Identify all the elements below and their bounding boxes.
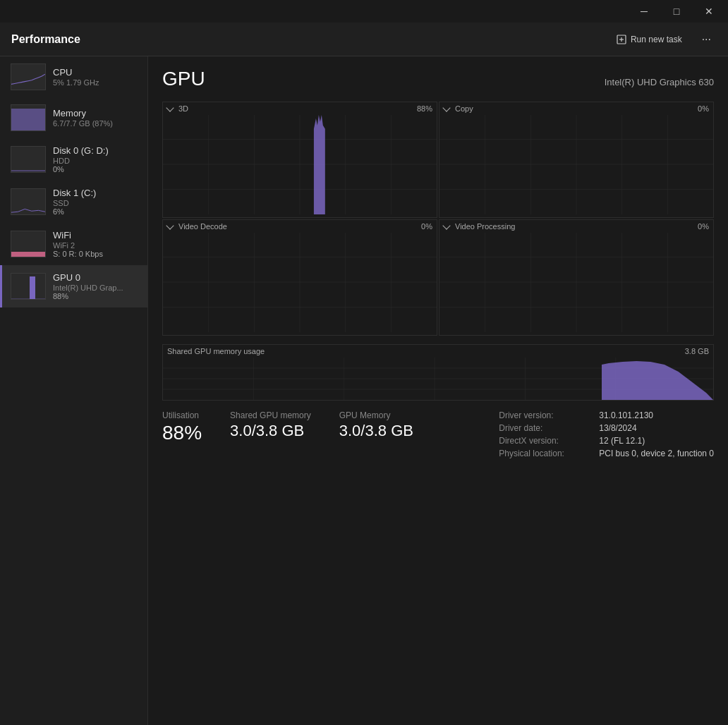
physical-location-val: PCI bus 0, device 2, function 0	[599, 449, 714, 458]
driver-date-key: Driver date:	[499, 423, 590, 433]
chart-video-decode-grid	[163, 233, 437, 332]
directx-key: DirectX version:	[499, 436, 590, 446]
headerbar: Performance Run new task ···	[0, 23, 728, 56]
cpu-thumbnail	[11, 63, 46, 90]
shared-memory-bar-area	[163, 358, 713, 400]
gpu0-name: GPU 0	[53, 272, 139, 283]
sidebar-item-wifi[interactable]: WiFi WiFi 2 S: 0 R: 0 Kbps	[0, 223, 147, 265]
chart-video-decode-area	[163, 233, 437, 332]
wifi-sub: WiFi 2	[53, 241, 139, 250]
chevron-copy-icon	[442, 104, 450, 111]
run-task-icon	[617, 35, 626, 44]
close-button[interactable]: ✕	[693, 0, 725, 23]
wifi-name: WiFi	[53, 230, 139, 240]
shared-memory-value: 3.8 GB	[685, 347, 709, 355]
chart-3d-label-group: 3D	[167, 104, 188, 113]
chart-copy-label: Copy	[455, 104, 473, 113]
chart-copy-header: Copy 0%	[439, 102, 713, 115]
titlebar: ─ □ ✕	[0, 0, 728, 23]
chart-video-decode-label: Video Decode	[178, 222, 227, 231]
info-row-physical-location: Physical location: PCI bus 0, device 2, …	[499, 449, 714, 458]
sidebar-item-memory[interactable]: Memory 6.7/7.7 GB (87%)	[0, 97, 147, 138]
gpu-device-name: Intel(R) UHD Graphics 630	[605, 77, 714, 87]
sidebar-item-cpu[interactable]: CPU 5% 1.79 GHz	[0, 56, 147, 97]
svg-marker-11	[314, 115, 325, 214]
chart-3d: 3D 88%	[162, 102, 437, 218]
chart-video-processing-area	[439, 233, 713, 332]
gpu-memory-stat: GPU Memory 3.0/3.8 GB	[339, 410, 413, 440]
chart-video-processing: Video Processing 0%	[439, 219, 714, 336]
driver-version-val: 31.0.101.2130	[599, 410, 653, 420]
driver-date-val: 13/8/2024	[599, 423, 636, 433]
chevron-video-processing-icon	[442, 221, 450, 229]
gpu-title: GPU	[162, 68, 205, 90]
disk0-thumbnail	[11, 146, 46, 173]
chart-copy-area	[439, 115, 713, 214]
utilisation-label: Utilisation	[162, 410, 202, 420]
shared-memory-label: Shared GPU memory usage	[167, 347, 265, 355]
charts-top-row: 3D 88%	[162, 102, 714, 218]
app-title: Performance	[11, 33, 608, 46]
utilisation-value: 88%	[162, 422, 202, 444]
sidebar-item-gpu0[interactable]: GPU 0 Intel(R) UHD Grap... 88%	[0, 265, 147, 307]
maximize-button[interactable]: □	[660, 0, 693, 23]
gpu-header: GPU Intel(R) UHD Graphics 630	[162, 68, 714, 90]
gpu-memory-value: 3.0/3.8 GB	[339, 422, 413, 440]
run-new-task-button[interactable]: Run new task	[608, 30, 691, 49]
wifi-thumbnail	[11, 231, 46, 257]
chart-3d-grid	[163, 115, 437, 214]
charts-bottom-row: Video Decode 0%	[162, 219, 714, 336]
gpu0-thumbnail	[11, 273, 46, 300]
chart-3d-label: 3D	[178, 104, 188, 113]
more-options-button[interactable]: ···	[696, 29, 717, 50]
chart-video-processing-grid	[439, 233, 713, 332]
utilisation-stat: Utilisation 88%	[162, 410, 202, 444]
shared-memory-section: Shared GPU memory usage 3.8 GB	[162, 344, 714, 401]
cpu-sub: 5% 1.79 GHz	[53, 78, 139, 87]
gpu0-info: GPU 0 Intel(R) UHD Grap... 88%	[53, 272, 139, 300]
chart-copy: Copy 0%	[439, 102, 714, 218]
physical-location-key: Physical location:	[499, 449, 590, 458]
info-row-directx: DirectX version: 12 (FL 12.1)	[499, 436, 714, 446]
chart-3d-value: 88%	[417, 104, 432, 113]
shared-gpu-memory-stat: Shared GPU memory 3.0/3.8 GB	[230, 410, 311, 440]
disk1-value: 6%	[53, 207, 139, 216]
minimize-button[interactable]: ─	[628, 0, 660, 23]
content-area: GPU Intel(R) UHD Graphics 630 3D 88%	[148, 56, 728, 725]
info-row-driver-date: Driver date: 13/8/2024	[499, 423, 714, 433]
chart-video-decode: Video Decode 0%	[162, 219, 437, 336]
shared-gpu-memory-stat-value: 3.0/3.8 GB	[230, 422, 311, 440]
main-layout: CPU 5% 1.79 GHz Memory 6.7/7.7 GB (87%) …	[0, 56, 728, 725]
chart-video-processing-value: 0%	[698, 222, 709, 231]
memory-sub: 6.7/7.7 GB (87%)	[53, 119, 139, 128]
disk0-name: Disk 0 (G: D:)	[53, 145, 139, 156]
wifi-info: WiFi WiFi 2 S: 0 R: 0 Kbps	[53, 230, 139, 258]
info-table: Driver version: 31.0.101.2130 Driver dat…	[499, 410, 714, 461]
memory-thumbnail	[11, 104, 46, 131]
gpu0-sub: Intel(R) UHD Grap...	[53, 284, 139, 292]
shared-gpu-memory-stat-label: Shared GPU memory	[230, 410, 311, 420]
disk1-info: Disk 1 (C:) SSD 6%	[53, 188, 139, 216]
run-task-label: Run new task	[631, 35, 682, 44]
header-actions: Run new task ···	[608, 29, 717, 50]
sidebar-item-disk1[interactable]: Disk 1 (C:) SSD 6%	[0, 181, 147, 223]
disk0-sub: HDD	[53, 157, 139, 165]
chart-copy-value: 0%	[698, 104, 709, 113]
stats-row: Utilisation 88% Shared GPU memory 3.0/3.…	[162, 410, 714, 461]
sidebar-item-disk0[interactable]: Disk 0 (G: D:) HDD 0%	[0, 138, 147, 181]
gpu0-value: 88%	[53, 292, 139, 300]
chart-video-decode-value: 0%	[421, 222, 432, 231]
chevron-3d-icon	[166, 104, 174, 111]
chart-3d-header: 3D 88%	[163, 102, 437, 115]
info-row-driver-version: Driver version: 31.0.101.2130	[499, 410, 714, 420]
wifi-value: S: 0 R: 0 Kbps	[53, 250, 139, 258]
gpu-memory-label: GPU Memory	[339, 410, 413, 420]
directx-val: 12 (FL 12.1)	[599, 436, 645, 446]
chart-video-processing-label: Video Processing	[455, 222, 515, 231]
chart-3d-area	[163, 115, 437, 214]
disk0-value: 0%	[53, 165, 139, 173]
cpu-name: CPU	[53, 67, 139, 78]
disk0-info: Disk 0 (G: D:) HDD 0%	[53, 145, 139, 173]
chart-copy-grid	[439, 115, 713, 214]
shared-memory-header: Shared GPU memory usage 3.8 GB	[163, 345, 713, 358]
